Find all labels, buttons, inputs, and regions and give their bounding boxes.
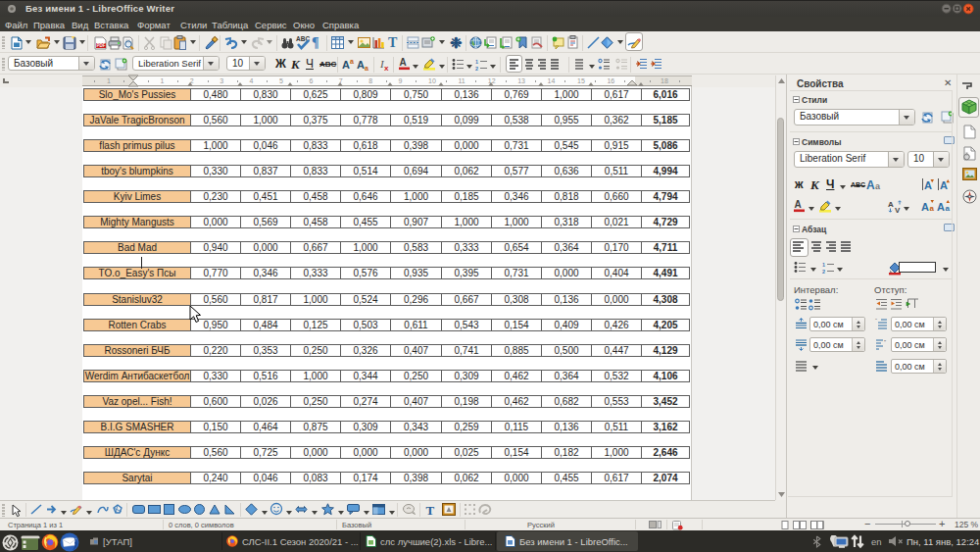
- svg-text:A: A: [921, 201, 929, 213]
- svg-text:x: x: [384, 64, 389, 73]
- svg-text:1: 1: [822, 262, 825, 268]
- svg-text:a: a: [365, 65, 368, 72]
- svg-text:A: A: [937, 201, 945, 213]
- svg-text:a: a: [350, 58, 354, 65]
- svg-text:T: T: [426, 503, 435, 518]
- svg-text:V: V: [895, 206, 901, 215]
- svg-text:”: ”: [884, 339, 886, 345]
- svg-text:¶: ¶: [312, 35, 319, 50]
- svg-text:a: a: [930, 204, 935, 213]
- svg-text:2: 2: [475, 66, 478, 72]
- svg-text:❉: ❉: [450, 34, 463, 51]
- svg-text:A: A: [866, 178, 875, 192]
- svg-text:A: A: [357, 59, 365, 71]
- svg-text:“: “: [875, 318, 877, 324]
- svg-text:A: A: [400, 57, 407, 68]
- svg-text:A: A: [342, 59, 350, 71]
- svg-text:a: a: [875, 181, 881, 191]
- svg-text:A: A: [940, 179, 948, 191]
- svg-text:A: A: [924, 179, 932, 191]
- svg-text:A: A: [888, 200, 894, 209]
- svg-text:A: A: [795, 199, 802, 210]
- svg-text:T: T: [388, 35, 398, 50]
- svg-text:1: 1: [475, 59, 478, 65]
- svg-text:PDF: PDF: [97, 43, 106, 48]
- svg-text:2: 2: [822, 269, 825, 275]
- svg-text:a: a: [946, 204, 951, 213]
